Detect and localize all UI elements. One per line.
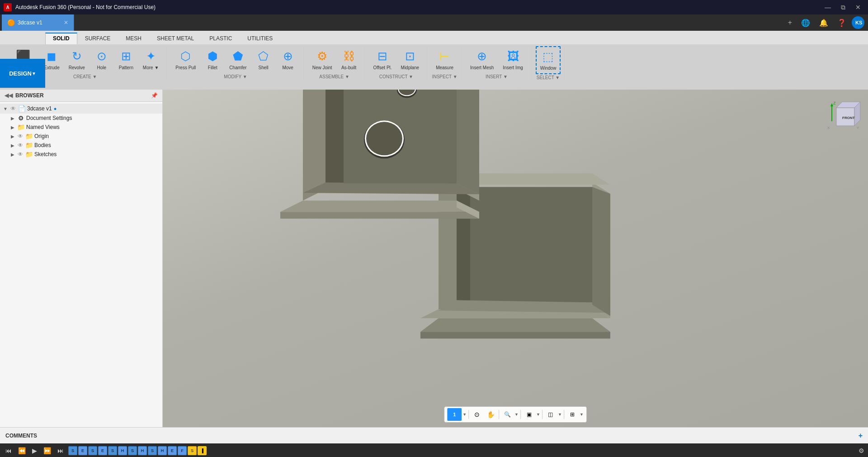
separator-2 (499, 410, 499, 419)
origin-visibility[interactable]: 👁 (16, 133, 24, 139)
ribbon: DESIGN ▼ SOLID SURFACE MESH SHEET METAL … (0, 31, 868, 90)
root-toggle[interactable]: ▼ (2, 106, 9, 111)
tree-item-bodies[interactable]: ▶ 👁 📁 Bodies (0, 141, 162, 150)
chamfer-button[interactable]: ⬟ Chamfer (225, 46, 250, 73)
viewcube[interactable]: Z FRONT X Y (825, 96, 861, 133)
add-comment-button[interactable]: + (859, 432, 863, 440)
root-visibility[interactable]: 👁 (9, 105, 17, 112)
display-mode-button[interactable]: ▣ (523, 408, 535, 421)
tab-help-button[interactable]: ❓ (834, 17, 850, 29)
timeline-next-button[interactable]: ⏩ (42, 446, 53, 455)
tab-sheet-metal[interactable]: SHEET METAL (149, 33, 202, 44)
as-built-button[interactable]: ⛓ As-built (337, 46, 361, 73)
viewport[interactable]: Z FRONT X Y 1 ▼ ⊙ ✋ 🔍 ▼ ▣ ▼ (163, 90, 868, 427)
new-tab-button[interactable]: + (784, 17, 796, 29)
tab-notify-button[interactable]: 🔔 (816, 17, 832, 29)
timeline-play-button[interactable]: ▶ (30, 446, 39, 455)
tab-surface[interactable]: SURFACE (77, 33, 118, 44)
browser-pin-button[interactable]: 📌 (151, 92, 158, 99)
tab-close-button[interactable]: ✕ (64, 19, 68, 26)
timeline-marker-11[interactable]: F (178, 446, 187, 455)
user-avatar[interactable]: KS (852, 16, 864, 29)
timeline-marker-7[interactable]: H (138, 446, 147, 455)
timeline-marker-13[interactable]: ▐ (198, 446, 207, 455)
minimize-button[interactable]: — (821, 2, 835, 13)
separator-3 (520, 410, 521, 419)
sketches-visibility[interactable]: 👁 (16, 151, 24, 157)
named-views-toggle[interactable]: ▶ (9, 125, 16, 130)
svg-marker-20 (303, 182, 479, 194)
pattern-button[interactable]: ⊞ Pattern (114, 46, 138, 73)
offset-plane-button[interactable]: ⊟ Offset Pl. (369, 46, 396, 73)
window-select-button[interactable]: ⬚ Window (536, 46, 561, 74)
design-button[interactable]: DESIGN ▼ (0, 59, 45, 88)
insert-mesh-button[interactable]: ⊕ Insert Mesh (466, 46, 498, 73)
tab-utilities[interactable]: UTILITIES (240, 33, 280, 44)
view-mode-button[interactable]: ◫ (544, 408, 557, 421)
bodies-toggle[interactable]: ▶ (9, 143, 16, 148)
grid-button[interactable]: ⊞ (566, 408, 579, 421)
pan-button[interactable]: ✋ (484, 408, 497, 421)
revolve-icon: ↻ (72, 49, 82, 63)
view-dropdown[interactable]: ▼ (558, 412, 562, 417)
doc-settings-toggle[interactable]: ▶ (9, 116, 16, 121)
timeline-first-button[interactable]: ⏮ (4, 446, 14, 455)
timeline-marker-1[interactable]: E (78, 446, 87, 455)
look-at-button[interactable]: ⊙ (471, 408, 483, 421)
named-views-label: Named Views (25, 124, 60, 130)
timeline-marker-10[interactable]: E (168, 446, 177, 455)
timeline-settings-button[interactable]: ⚙ (859, 447, 864, 454)
timeline-marker-0[interactable]: S (68, 446, 77, 455)
revolve-button[interactable]: ↻ Revolve (65, 46, 89, 73)
timeline-marker-2[interactable]: S (88, 446, 97, 455)
origin-toggle[interactable]: ▶ (9, 134, 16, 139)
grid-dropdown[interactable]: ▼ (580, 412, 584, 417)
tab-icon: 🟠 (7, 19, 15, 26)
orientation-dropdown[interactable]: ▼ (462, 412, 467, 417)
new-joint-button[interactable]: ⚙ New Joint (308, 46, 336, 73)
document-tab[interactable]: 🟠 3dcase v1 ✕ (2, 14, 74, 31)
sketches-toggle[interactable]: ▶ (9, 152, 16, 157)
timeline-marker-12[interactable]: S (188, 446, 197, 455)
tab-online-button[interactable]: 🌐 (797, 17, 814, 29)
modify-group: ⬡ Press Pull ⬢ Fillet ⬟ Chamfer ⬠ Shell … (168, 46, 303, 79)
press-pull-button[interactable]: ⬡ Press Pull (171, 46, 200, 73)
insert-image-button[interactable]: 🖼 Insert Img (499, 46, 527, 73)
timeline-marker-6[interactable]: S (128, 446, 137, 455)
tree-item-named-views[interactable]: ▶ 📁 Named Views (0, 123, 162, 132)
tab-plastic[interactable]: PLASTIC (202, 33, 240, 44)
timeline-marker-9[interactable]: H (158, 446, 167, 455)
bodies-icon: 📁 (24, 142, 33, 149)
tab-mesh[interactable]: MESH (118, 33, 149, 44)
timeline-marker-8[interactable]: S (148, 446, 157, 455)
tree-item-sketches[interactable]: ▶ 👁 📁 Sketches (0, 150, 162, 159)
measure-button[interactable]: ⊢ Measure (432, 46, 458, 73)
insert-buttons: ⊕ Insert Mesh 🖼 Insert Img (466, 46, 527, 73)
zoom-button[interactable]: 🔍 (501, 408, 514, 421)
tree-item-doc-settings[interactable]: ▶ ⚙ Document Settings (0, 114, 162, 123)
tree-item-origin[interactable]: ▶ 👁 📁 Origin (0, 132, 162, 141)
fillet-button[interactable]: ⬢ Fillet (201, 46, 224, 73)
bodies-visibility[interactable]: 👁 (16, 142, 24, 148)
create-more-button[interactable]: ✦ More ▼ (139, 46, 163, 73)
close-button[interactable]: ✕ (852, 2, 864, 13)
svg-text:Z: Z (833, 101, 836, 105)
move-button[interactable]: ⊕ Move (276, 46, 300, 73)
zoom-dropdown[interactable]: ▼ (514, 412, 519, 417)
collapse-browser-button[interactable]: ◀◀ (5, 92, 13, 99)
timeline-prev-button[interactable]: ⏪ (16, 446, 28, 455)
shell-button[interactable]: ⬠ Shell (252, 46, 275, 73)
restore-button[interactable]: ⧉ (837, 2, 849, 13)
orientation-button[interactable]: 1 (447, 408, 462, 421)
root-tree-item[interactable]: ▼ 👁 📄 3dcase v1 ● (0, 104, 162, 114)
tab-solid[interactable]: SOLID (45, 33, 77, 44)
hole-button[interactable]: ⊙ Hole (90, 46, 113, 73)
midplane-button[interactable]: ⊡ Midplane (397, 46, 424, 73)
timeline-marker-4[interactable]: S (108, 446, 117, 455)
timeline-marker-3[interactable]: E (98, 446, 107, 455)
display-dropdown[interactable]: ▼ (536, 412, 540, 417)
timeline-marker-5[interactable]: H (118, 446, 127, 455)
timeline-last-button[interactable]: ⏭ (56, 446, 66, 455)
doc-settings-icon: ⚙ (16, 114, 25, 122)
inspect-buttons: ⊢ Measure (432, 46, 458, 73)
